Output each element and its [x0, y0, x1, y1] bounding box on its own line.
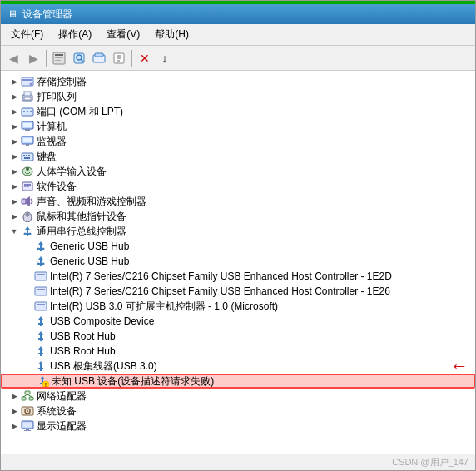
update-button[interactable] [90, 49, 108, 67]
tree-item-monitor[interactable]: ▶ 监视器 [1, 134, 475, 149]
tree-item-intel3[interactable]: ▶ Intel(R) USB 3.0 可扩展主机控制器 - 1.0 (Micro… [1, 299, 475, 314]
tree-item-hub1[interactable]: ▶ Generic USB Hub [1, 239, 475, 254]
tree-item-com[interactable]: ▶ 端口 (COM 和 LPT) [1, 104, 475, 119]
svg-rect-25 [25, 129, 30, 131]
svg-point-69 [27, 410, 28, 412]
tree-item-storage[interactable]: ▶ 存储控制器 [1, 74, 475, 89]
usb-icon [21, 225, 34, 238]
svg-rect-17 [24, 92, 31, 96]
expand-display[interactable]: ▶ [7, 419, 21, 433]
svg-rect-24 [23, 123, 32, 127]
back-button[interactable]: ◀ [4, 49, 22, 67]
expand-system[interactable]: ▶ [7, 404, 21, 418]
expand-network[interactable]: ▶ [7, 389, 21, 403]
system-icon [21, 404, 34, 418]
menu-action[interactable]: 操作(A) [52, 26, 98, 43]
svg-rect-56 [35, 287, 47, 295]
tree-item-mouse[interactable]: ▶ 鼠标和其他指针设备 [1, 209, 475, 224]
svg-rect-55 [37, 274, 45, 275]
svg-rect-39 [24, 184, 31, 186]
intel2-label: Intel(R) 7 Series/C216 Chipset Family US… [50, 285, 475, 297]
show-button[interactable] [110, 49, 128, 67]
properties-button[interactable] [50, 49, 68, 67]
expand-hid[interactable]: ▶ [7, 165, 21, 178]
network-icon [21, 389, 34, 403]
tree-item-hid[interactable]: ▶ 人体学输入设备 [1, 164, 475, 179]
tree-item-network[interactable]: ▶ 网络适配器 [1, 389, 475, 404]
svg-point-53 [42, 263, 45, 265]
forward-button[interactable]: ▶ [24, 49, 42, 67]
svg-rect-34 [28, 155, 30, 156]
tree-item-print[interactable]: ▶ 打印队列 [1, 89, 475, 104]
tree-item-software[interactable]: ▶ 软件设备 [1, 179, 475, 194]
tree-item-hub2[interactable]: ▶ Generic USB Hub [1, 254, 475, 269]
intel3-icon [34, 300, 47, 313]
svg-rect-31 [22, 153, 33, 161]
composite-label: USB Composite Device [50, 315, 475, 327]
tree-item-roothub2[interactable]: ▶ USB Root Hub [1, 344, 475, 359]
expand-sound[interactable]: ▶ [7, 195, 21, 208]
unknown-error-icon: ! [36, 374, 49, 388]
sound-label: 声音、视频和游戏控制器 [37, 195, 475, 209]
tree-item-display[interactable]: ▶ 显示适配器 [1, 419, 475, 434]
software-icon [21, 180, 34, 193]
svg-rect-32 [23, 155, 25, 156]
system-label: 系统设备 [37, 404, 475, 419]
print-label: 打印队列 [37, 90, 475, 104]
expand-usb[interactable]: ▼ [7, 225, 21, 238]
expand-computer[interactable]: ▶ [7, 120, 21, 133]
display-label: 显示适配器 [37, 419, 475, 434]
red-arrow-indicator: ← [450, 357, 469, 375]
computer-icon [21, 120, 34, 133]
scan-button[interactable] [70, 49, 88, 67]
tree-item-sound[interactable]: ▶ 声音、视频和游戏控制器 [1, 194, 475, 209]
menu-view[interactable]: 查看(V) [100, 26, 146, 43]
tree-item-unknown[interactable]: ▶ ! 未知 USB 设备(设备描述符请求失败) [1, 374, 475, 389]
mouse-icon [21, 210, 34, 223]
svg-point-52 [37, 263, 40, 265]
intel3-label: Intel(R) USB 3.0 可扩展主机控制器 - 1.0 (Microso… [50, 300, 475, 314]
usb30hub-label: USB 根集线器(USB 3.0) [50, 359, 475, 374]
com-label: 端口 (COM 和 LPT) [37, 105, 475, 119]
keyboard-icon [21, 150, 34, 163]
expand-keyboard[interactable]: ▶ [7, 150, 21, 163]
expand-print[interactable]: ▶ [7, 90, 21, 103]
svg-rect-18 [24, 97, 31, 100]
tree-item-computer[interactable]: ▶ 计算机 [1, 119, 475, 134]
svg-rect-57 [37, 289, 45, 290]
expand-storage[interactable]: ▶ [7, 75, 21, 88]
svg-rect-54 [35, 272, 47, 280]
svg-rect-35 [24, 157, 30, 159]
expand-mouse[interactable]: ▶ [7, 210, 21, 223]
device-tree[interactable]: ▶ 存储控制器 ▶ 打印队列 ▶ 端口 (COM 和 LPT) [1, 71, 475, 454]
roothub1-icon [34, 330, 47, 343]
svg-marker-42 [26, 196, 30, 206]
tree-item-roothub1[interactable]: ▶ USB Root Hub [1, 329, 475, 344]
expand-com[interactable]: ▶ [7, 105, 21, 118]
usb30-row-wrapper: ▶ USB 根集线器(USB 3.0) ← [1, 359, 475, 374]
svg-line-66 [27, 394, 32, 397]
svg-rect-26 [23, 131, 32, 131]
unknown-label: 未知 USB 设备(设备描述符请求失败) [52, 374, 474, 389]
svg-rect-28 [23, 138, 32, 142]
refresh-button[interactable]: ↓ [156, 49, 174, 67]
tree-item-intel2[interactable]: ▶ Intel(R) 7 Series/C216 Chipset Family … [1, 284, 475, 299]
tree-item-usb30hub[interactable]: ▶ USB 根集线器(USB 3.0) [1, 359, 475, 374]
svg-rect-63 [22, 397, 26, 400]
roothub2-label: USB Root Hub [50, 345, 475, 357]
tree-item-composite[interactable]: ▶ USB Composite Device [1, 314, 475, 329]
delete-button[interactable]: ✕ [136, 49, 154, 67]
expand-software[interactable]: ▶ [7, 180, 21, 193]
tree-item-system[interactable]: ▶ 系统设备 [1, 404, 475, 419]
svg-text:!: ! [45, 382, 47, 387]
storage-icon [21, 75, 34, 88]
monitor-label: 监视器 [37, 135, 475, 149]
expand-monitor[interactable]: ▶ [7, 135, 21, 148]
tree-item-usb[interactable]: ▼ 通用串行总线控制器 [1, 224, 475, 239]
status-bar: CSDN @用户_147 [1, 454, 475, 470]
menu-help[interactable]: 帮助(H) [148, 26, 196, 43]
tree-item-keyboard[interactable]: ▶ 键盘 [1, 149, 475, 164]
menu-file[interactable]: 文件(F) [4, 26, 50, 43]
tree-item-intel1[interactable]: ▶ Intel(R) 7 Series/C216 Chipset Family … [1, 269, 475, 284]
svg-rect-73 [24, 430, 31, 431]
